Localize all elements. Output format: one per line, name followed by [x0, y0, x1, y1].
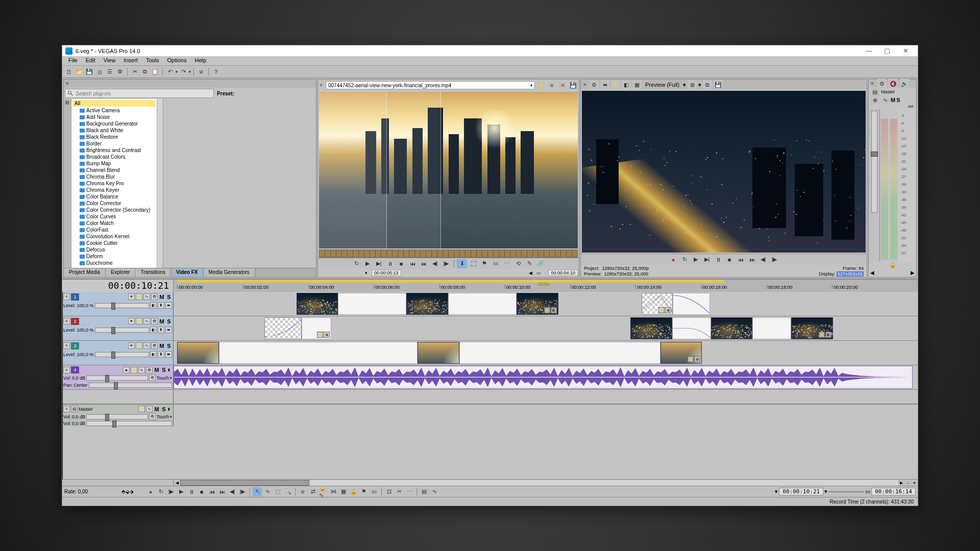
fx-item[interactable]: Black Restore [72, 134, 156, 140]
stop-icon[interactable]: ■ [197, 487, 206, 496]
stop-icon[interactable]: ■ [396, 259, 406, 268]
menu-view[interactable]: View [100, 57, 120, 65]
dropdown-icon[interactable]: ▾ [683, 82, 686, 88]
fx-icon[interactable]: ⚡ [819, 332, 825, 338]
fx-tree[interactable]: All Active Camera Add Noise Background G… [71, 99, 157, 268]
track-motion-icon[interactable]: ✦ [128, 293, 135, 300]
gear-icon[interactable]: ⚙ [151, 342, 158, 349]
meter-fader-strip[interactable] [869, 109, 880, 262]
auto-save-icon[interactable]: 🔒 [349, 487, 358, 496]
go-end-icon[interactable]: ⏭ [419, 259, 429, 268]
ignore-group-icon[interactable]: ⊡ [384, 487, 394, 496]
track-minimize-icon[interactable]: ≡ [63, 293, 70, 300]
zoom-minus-icon[interactable]: - [904, 480, 911, 486]
parent-icon[interactable]: ⬍ [158, 327, 164, 333]
video-clip[interactable] [459, 342, 660, 364]
fx-item[interactable]: Defocus [72, 246, 156, 253]
save-icon[interactable]: 💾 [85, 67, 94, 77]
region-icon[interactable]: ▭ [491, 259, 501, 268]
loop-icon[interactable]: ↻ [679, 255, 690, 264]
link-icon[interactable]: 🔗 [535, 259, 546, 268]
minus-icon[interactable]: ⊟ [65, 100, 69, 105]
pause-icon[interactable]: ⏸ [713, 255, 723, 264]
cut-icon[interactable]: ✂ [130, 67, 139, 77]
play-start-icon[interactable]: |▶ [166, 487, 176, 496]
pan-icon[interactable]: ⊕ [324, 332, 330, 338]
preview-viewer[interactable] [582, 91, 866, 253]
fx-item[interactable]: Chroma Blur [72, 173, 156, 180]
scroll-right-icon[interactable]: ▶ [898, 481, 904, 485]
fx-item[interactable]: Border [72, 140, 156, 147]
play-from-start-icon[interactable]: ▶| [374, 259, 384, 268]
track-fx-icon[interactable]: ⚡ [138, 406, 145, 412]
open-icon[interactable]: 📂 [75, 67, 84, 77]
touch-label[interactable]: Touch [157, 375, 169, 381]
level-fader[interactable] [95, 352, 149, 357]
maximize-button[interactable]: ▢ [878, 46, 896, 56]
paste-icon[interactable]: 📋 [151, 67, 160, 77]
trimmer-save-icon[interactable]: 💾 [569, 81, 578, 90]
solo-button[interactable]: S [896, 97, 900, 103]
prev-frame-icon[interactable]: ◀| [228, 487, 237, 496]
close-icon[interactable]: ✕ [870, 81, 875, 86]
track-lane[interactable]: ⚡⊕ [174, 341, 918, 365]
video-clip[interactable] [219, 342, 418, 364]
fx-item[interactable]: Chroma Key Pro [72, 180, 156, 187]
comp-mode-icon[interactable]: ◐ [150, 351, 157, 358]
next-frame-icon[interactable]: |▶ [238, 487, 247, 496]
auto-crossfade-icon[interactable]: ⋈ [329, 487, 338, 496]
timeline-ruler[interactable]: 6:01 00:00:00:00 00:00:02:00 00:00:04:00… [174, 280, 918, 292]
new-icon[interactable]: 🗋 [64, 67, 74, 77]
trimmer-file-select[interactable]: 007447452-aerial-view-new-york-financial… [326, 81, 535, 89]
close-icon[interactable]: ✕ [319, 83, 324, 88]
tab-video-fx[interactable]: Video FX [171, 268, 204, 277]
video-clip[interactable] [672, 317, 711, 339]
help-icon[interactable]: ? [211, 67, 220, 77]
menu-help[interactable]: Help [190, 57, 210, 65]
gear-icon[interactable]: ⚙ [146, 367, 153, 373]
normal-edit-icon[interactable]: ↖ [253, 487, 262, 496]
close-icon[interactable]: ✕ [583, 82, 588, 87]
pan-icon[interactable]: ⊕ [551, 307, 557, 313]
scroll-left-icon[interactable]: ◀ [174, 481, 180, 485]
redo-dropdown-icon[interactable]: ▾ [189, 70, 191, 74]
dropdown-icon[interactable]: ▾ [170, 376, 172, 380]
fx-item[interactable]: Color Corrector [72, 200, 156, 207]
mute-button[interactable]: M [154, 367, 160, 373]
more-icon[interactable]: ⋯ [405, 487, 414, 496]
child-icon[interactable]: ⬌ [165, 302, 172, 309]
playhead[interactable] [62, 292, 63, 479]
vol-fader[interactable] [86, 414, 148, 419]
preview-gear-icon[interactable]: ⚙ [590, 80, 599, 89]
video-clip[interactable] [338, 293, 406, 315]
pan-icon[interactable]: ⊕ [694, 356, 700, 362]
split-tool-icon[interactable]: ✂ [395, 487, 404, 496]
track-header[interactable]: ≡ 2 ✦ ⚡ ∿ ⚙ M S Level: 100,0 % [62, 316, 174, 340]
solo-icon[interactable]: 🔊 [900, 79, 909, 88]
menu-insert[interactable]: Insert [119, 57, 142, 65]
quantize-icon[interactable]: ▦ [339, 487, 348, 496]
prev-icon[interactable]: ◀ [870, 270, 874, 277]
marker-tool-icon[interactable]: ⚑ [359, 487, 369, 496]
fx-item[interactable]: Bump Map [72, 160, 156, 167]
fx-icon[interactable]: ⚡ [688, 356, 694, 362]
track-header[interactable]: ≡ ▤ Master ⚡ ∿ M S ▮ Vol: 0,0 dB [62, 405, 174, 427]
fx-item[interactable]: Color Corrector (Secondary) [72, 207, 156, 213]
preview-overlay-icon[interactable]: ▦ [632, 80, 642, 89]
play-icon[interactable]: ▶ [362, 259, 373, 268]
automation-icon[interactable]: ∿ [880, 95, 890, 105]
mute-button[interactable]: M [159, 294, 165, 300]
track-header[interactable]: ≡ 1 ✦ ⚡ ∿ ⚙ M S Level: 100,0 % [62, 292, 174, 316]
fx-item[interactable]: Color Curves [72, 213, 156, 220]
tab-media-generators[interactable]: Media Generators [204, 268, 255, 277]
fx-item[interactable]: Background Generator [72, 120, 156, 127]
video-clip[interactable] [418, 342, 459, 364]
fx-item[interactable]: Duochrome [72, 260, 156, 266]
track-minimize-icon[interactable]: ≡ [63, 406, 70, 412]
fx-item[interactable]: Chroma Keyer [72, 187, 156, 193]
comp-mode-icon[interactable]: ◐ [150, 327, 157, 333]
envelope-edit-icon[interactable]: ∿ [263, 487, 272, 496]
video-clip[interactable] [264, 317, 302, 339]
vol-fader[interactable] [86, 375, 148, 381]
track-lane[interactable]: ⚡⊕ ⚡⊕ [174, 316, 918, 340]
